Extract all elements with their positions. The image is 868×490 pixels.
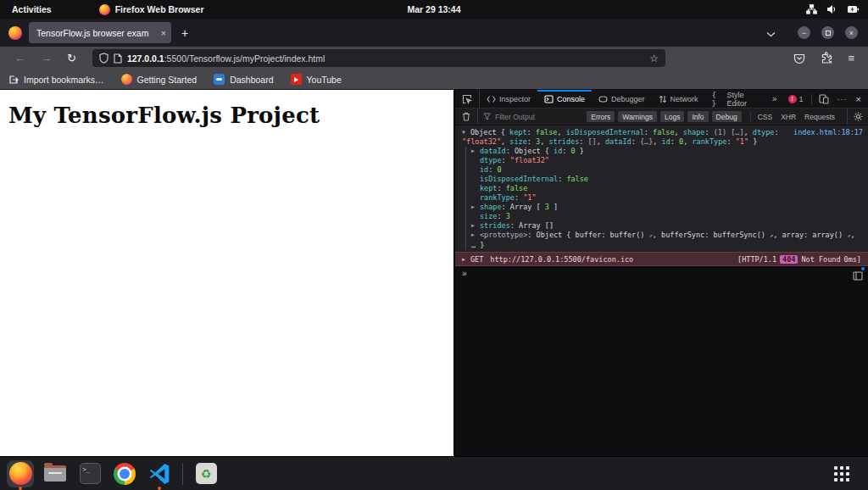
filter-css-button[interactable]: CSS (758, 113, 772, 121)
pick-element-button[interactable] (455, 90, 480, 108)
filter-debug-button[interactable]: Debug (712, 111, 742, 122)
tab-close-icon[interactable]: × (158, 28, 166, 38)
console-row[interactable]: ▶shape: Array [ 3 ] (468, 203, 865, 212)
source-location-link[interactable]: index.html:18:17 (793, 128, 863, 137)
bookmarks-toolbar: Import bookmarks… Getting Started Dashbo… (0, 70, 868, 90)
new-tab-button[interactable]: + (171, 26, 198, 40)
filter-logs-button[interactable]: Logs (660, 111, 684, 122)
network-error-row[interactable]: ▶ GET http://127.0.0.1:5500/favicon.ico … (455, 252, 868, 266)
extensions-puzzle-icon[interactable] (821, 53, 832, 64)
filter-output-input[interactable]: Filter Output (483, 113, 535, 121)
expand-arrow-icon[interactable]: ▼ (462, 128, 470, 137)
maximize-button[interactable] (821, 26, 834, 39)
gear-icon (854, 112, 863, 121)
youtube-icon (291, 74, 302, 85)
expand-arrow-icon[interactable]: ▶ (471, 147, 480, 156)
app-menu-icon[interactable]: ≡ (848, 52, 854, 64)
bookmark-youtube[interactable]: YouTube (291, 74, 342, 85)
console-row[interactable]: id: 0 (468, 165, 865, 175)
expand-arrow-icon[interactable]: ▶ (462, 256, 470, 263)
console-empty-area[interactable] (455, 281, 868, 456)
reload-button[interactable]: ↻ (59, 52, 84, 64)
expand-arrow-icon[interactable]: ▶ (471, 231, 480, 240)
close-devtools-icon[interactable]: × (856, 94, 861, 104)
status-text: Not Found (801, 255, 840, 264)
token-bool: false (566, 175, 588, 183)
sidebar-toggle-button[interactable] (853, 269, 863, 284)
screen: Activities Firefox Web Browser Mar 29 13… (0, 0, 868, 490)
filter-errors-button[interactable]: Errors (587, 111, 615, 122)
token-key: kept (509, 128, 526, 136)
token-plain: ] (549, 203, 558, 211)
more-tools-button[interactable]: » (767, 94, 782, 103)
console-row[interactable]: dtype: "float32" (468, 156, 865, 165)
page-info-icon[interactable] (114, 53, 122, 64)
trash-icon (462, 112, 470, 121)
token-key: dtype (753, 128, 775, 136)
pick-element-icon (462, 94, 472, 104)
token-plain: , (597, 137, 605, 146)
dock-trash[interactable]: ♻ (192, 460, 220, 487)
console-row[interactable]: size: 3 (468, 212, 865, 221)
filter-xhr-button[interactable]: XHR (781, 113, 796, 121)
console-row[interactable]: ▶<prototype>: Object { buffer: buffer() … (468, 231, 865, 250)
inspector-icon (487, 95, 496, 103)
tab-network[interactable]: Network (652, 90, 705, 108)
request-url[interactable]: http://127.0.0.1:5500/favicon.ico (490, 255, 633, 264)
pocket-icon[interactable] (793, 53, 805, 64)
close-window-button[interactable]: × (845, 26, 858, 39)
tab-tensorflow-project[interactable]: TensorFlow.js browser exam × (29, 22, 171, 43)
import-icon (8, 75, 19, 85)
console-input-row[interactable]: » (455, 266, 868, 281)
console-row[interactable]: ▶strides: Array [] (468, 221, 865, 231)
tab-style-editor[interactable]: { } Style Editor (705, 90, 767, 108)
error-count-badge[interactable]: ! 1 (782, 95, 810, 103)
console-row[interactable]: kept: false (468, 184, 865, 193)
clock[interactable]: Mar 29 13:44 (0, 4, 868, 14)
token-plain: : (527, 128, 536, 136)
bookmark-star-icon[interactable]: ☆ (649, 53, 659, 64)
dock-terminal[interactable]: >_ (76, 460, 103, 487)
tab-inspector[interactable]: Inspector (480, 90, 537, 108)
bookmark-dashboard[interactable]: Dashboard (214, 74, 273, 85)
show-applications-button[interactable] (834, 466, 849, 482)
console-body: index.html:18:17▼Object { kept: false, i… (455, 125, 868, 456)
ubuntu-top-panel: Activities Firefox Web Browser Mar 29 13… (0, 0, 868, 19)
filter-warnings-button[interactable]: Warnings (618, 111, 657, 122)
dock-firefox[interactable] (7, 460, 34, 487)
token-plain: : Object { (506, 147, 554, 155)
dock-vscode[interactable] (146, 460, 173, 487)
list-all-tabs-button[interactable] (766, 25, 776, 41)
console-prompt-icon: » (462, 269, 467, 279)
bookmark-label: Dashboard (230, 75, 273, 85)
token-plain: : (726, 137, 735, 146)
url-bar[interactable]: 127.0.0.1:5500/Tensorflow.js/myProject/i… (92, 49, 665, 67)
back-button[interactable]: ← (7, 52, 33, 64)
responsive-design-icon[interactable] (819, 94, 829, 104)
console-settings-button[interactable] (847, 109, 863, 125)
bookmark-getting-started[interactable]: Getting Started (121, 74, 198, 85)
console-row[interactable]: isDisposedInternal: false (468, 175, 865, 184)
filter-info-button[interactable]: Info (687, 111, 708, 122)
firefox-logo[interactable] (8, 26, 22, 40)
token-plain: : (670, 137, 679, 146)
expand-arrow-icon[interactable]: ▶ (471, 221, 480, 231)
clear-console-button[interactable] (460, 109, 478, 125)
token-str: "1" (736, 137, 748, 146)
tab-debugger[interactable]: Debugger (592, 90, 652, 108)
filter-requests-button[interactable]: Requests (804, 113, 835, 121)
dock-chrome[interactable] (111, 460, 138, 487)
status-prefix: [HTTP/1.1 (737, 255, 776, 264)
minimize-button[interactable]: − (798, 26, 810, 39)
token-plain: : (515, 193, 523, 202)
tab-console[interactable]: Console (537, 90, 592, 108)
meatball-menu-icon[interactable]: ··· (837, 95, 848, 103)
expand-arrow-icon[interactable]: ▶ (471, 203, 480, 212)
url-text[interactable]: 127.0.0.1:5500/Tensorflow.js/myProject/i… (127, 53, 644, 64)
bookmark-import[interactable]: Import bookmarks… (8, 75, 104, 85)
console-row[interactable]: ▶dataId: Object { id: 0 } (468, 147, 865, 156)
console-row[interactable]: rankType: "1" (468, 193, 865, 203)
forward-button[interactable]: → (33, 52, 59, 64)
console-row[interactable]: index.html:18:17▼Object { kept: false, i… (460, 128, 865, 147)
dock-files[interactable] (42, 460, 69, 487)
